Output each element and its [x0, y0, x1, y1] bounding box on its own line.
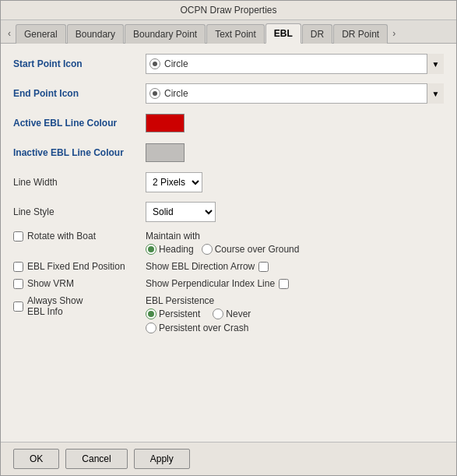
persistent-crash-radio[interactable]	[146, 323, 156, 333]
line-width-row: Line Width 2 Pixels 1 Pixel 3 Pixels 4 P…	[13, 171, 444, 193]
persistent-radio[interactable]	[146, 309, 156, 319]
always-show-left: Always Show EBL Info	[13, 295, 146, 317]
active-ebl-colour-row: Active EBL Line Colour	[13, 112, 444, 134]
tabs-row: ‹ General Boundary Boundary Point Text P…	[1, 20, 456, 44]
show-vrm-label: Show VRM	[27, 278, 74, 289]
apply-button[interactable]: Apply	[134, 449, 190, 469]
show-ebl-direction-label: Show EBL Direction Arrow	[146, 261, 255, 272]
persistence-block: Persistent Never Persistent over Crash	[146, 309, 444, 333]
never-radio-item: Never	[213, 309, 251, 319]
start-point-icon-dropdown[interactable]: Circle ▼	[146, 54, 444, 74]
persistent-label: Persistent	[159, 309, 200, 319]
start-point-icon-label: Start Point Icon	[13, 58, 146, 69]
ebl-persistence-label: EBL Persistence	[146, 295, 444, 306]
rotate-with-boat-label: Rotate with Boat	[27, 231, 96, 242]
show-perpendicular-checkbox[interactable]	[279, 279, 289, 289]
never-label: Never	[226, 309, 251, 319]
course-ground-label: Course over Ground	[215, 244, 300, 255]
always-show-persistence-section: Always Show EBL Info EBL Persistence Per…	[13, 295, 444, 333]
main-window: OCPN Draw Properties ‹ General Boundary …	[0, 0, 457, 476]
line-width-label: Line Width	[13, 177, 146, 188]
maintain-with-block: Maintain with Heading Course over Ground	[146, 231, 444, 255]
line-style-label: Line Style	[13, 206, 146, 217]
show-ebl-direction-checkbox[interactable]	[258, 262, 269, 272]
tab-ebl[interactable]: EBL	[265, 23, 301, 44]
course-ground-radio-item: Course over Ground	[202, 244, 300, 255]
heading-radio[interactable]	[146, 244, 156, 255]
tab-dr[interactable]: DR	[302, 24, 332, 44]
line-width-select[interactable]: 2 Pixels 1 Pixel 3 Pixels 4 Pixels 5 Pix…	[146, 172, 202, 192]
show-perpendicular-row: Show Perpendicular Index Line	[146, 278, 444, 289]
end-point-icon-label: End Point Icon	[13, 88, 146, 99]
heading-radio-item: Heading	[146, 244, 194, 255]
maintain-rotate-section: Rotate with Boat Maintain with Heading C…	[13, 231, 444, 255]
always-show-ebl-label: Always Show EBL Info	[27, 295, 83, 317]
maintain-with-label: Maintain with	[146, 231, 444, 242]
end-point-radio-circle	[149, 88, 160, 99]
vrm-left: Show VRM	[13, 278, 146, 289]
end-point-icon-row: End Point Icon Circle ▼	[13, 83, 444, 104]
ebl-fixed-end-label: EBL Fixed End Position	[27, 261, 125, 272]
ebl-persistence-right: EBL Persistence Persistent Never	[146, 295, 444, 333]
ebl-fixed-direction-section: EBL Fixed End Position Show EBL Directio…	[13, 261, 444, 272]
always-show-ebl-checkbox[interactable]	[13, 301, 23, 312]
ok-button[interactable]: OK	[13, 449, 59, 469]
active-ebl-colour-swatch[interactable]	[146, 114, 185, 132]
inactive-ebl-colour-label: Inactive EBL Line Colour	[13, 147, 146, 158]
end-point-icon-dropdown[interactable]: Circle ▼	[146, 83, 444, 104]
ebl-fixed-left: EBL Fixed End Position	[13, 261, 146, 272]
line-style-row: Line Style Solid Dashed Dotted	[13, 201, 444, 223]
tab-dr-point[interactable]: DR Point	[333, 24, 388, 44]
end-point-icon-value: Circle	[164, 88, 440, 99]
never-radio[interactable]	[213, 309, 223, 319]
rotate-with-boat-row: Rotate with Boat	[13, 231, 146, 242]
footer: OK Cancel Apply	[1, 442, 456, 475]
end-point-dropdown-arrow[interactable]: ▼	[427, 83, 444, 104]
inactive-ebl-colour-swatch[interactable]	[146, 143, 185, 162]
line-style-select[interactable]: Solid Dashed Dotted	[146, 202, 216, 222]
vrm-perpendicular-section: Show VRM Show Perpendicular Index Line	[13, 278, 444, 289]
line-width-wrap: 2 Pixels 1 Pixel 3 Pixels 4 Pixels 5 Pix…	[146, 172, 202, 192]
window-title: OCPN Draw Properties	[180, 5, 276, 16]
left-col-rotate: Rotate with Boat	[13, 231, 146, 242]
persistent-radio-item: Persistent	[146, 309, 200, 319]
show-vrm-checkbox[interactable]	[13, 279, 23, 289]
tab-scroll-left[interactable]: ‹	[4, 26, 15, 41]
perpendicular-right: Show Perpendicular Index Line	[146, 278, 444, 289]
start-point-radio-circle	[149, 58, 160, 69]
show-ebl-direction-row: Show EBL Direction Arrow	[146, 261, 444, 272]
tab-general[interactable]: General	[16, 24, 66, 44]
tab-scroll-right[interactable]: ›	[388, 26, 399, 41]
show-vrm-row: Show VRM	[13, 278, 146, 289]
start-point-icon-value: Circle	[164, 58, 440, 69]
rotate-with-boat-checkbox[interactable]	[13, 231, 23, 242]
ebl-fixed-end-row: EBL Fixed End Position	[13, 261, 146, 272]
ebl-fixed-end-checkbox[interactable]	[13, 262, 23, 272]
maintain-with-radios: Heading Course over Ground	[146, 244, 444, 255]
cancel-button[interactable]: Cancel	[65, 449, 127, 469]
show-perpendicular-label: Show Perpendicular Index Line	[146, 278, 275, 289]
active-ebl-colour-label: Active EBL Line Colour	[13, 118, 146, 129]
tab-boundary-point[interactable]: Boundary Point	[125, 24, 206, 44]
tab-boundary[interactable]: Boundary	[67, 24, 124, 44]
persistent-crash-radio-item: Persistent over Crash	[146, 323, 444, 333]
tab-text-point[interactable]: Text Point	[206, 24, 265, 44]
persistent-crash-label: Persistent over Crash	[159, 323, 248, 333]
start-point-icon-row: Start Point Icon Circle ▼	[13, 53, 444, 75]
inactive-ebl-colour-row: Inactive EBL Line Colour	[13, 142, 444, 164]
title-bar: OCPN Draw Properties	[1, 1, 456, 20]
heading-label: Heading	[159, 244, 194, 255]
always-show-ebl-row: Always Show EBL Info	[13, 295, 146, 317]
course-ground-radio[interactable]	[202, 244, 213, 255]
content-area: Start Point Icon Circle ▼ End Point Icon…	[1, 44, 456, 442]
show-ebl-direction-right: Show EBL Direction Arrow	[146, 261, 444, 272]
start-point-dropdown-arrow[interactable]: ▼	[427, 54, 444, 74]
persistent-never-row: Persistent Never	[146, 309, 444, 319]
